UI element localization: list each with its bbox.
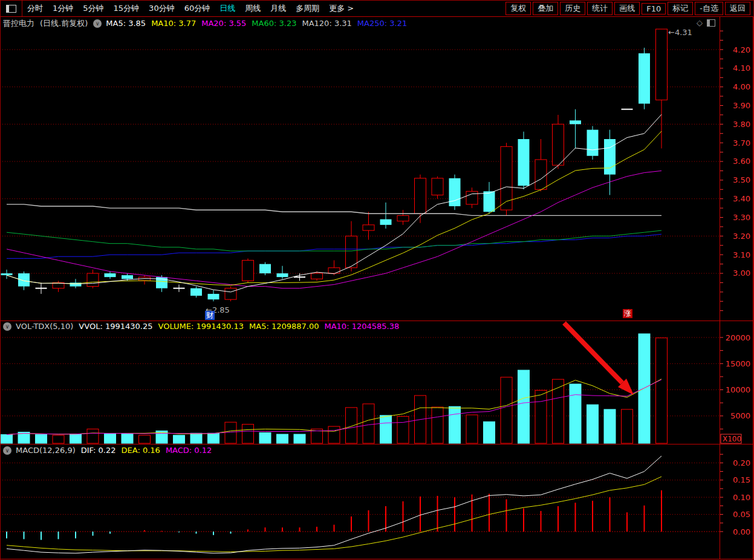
collapse-chevron-icon[interactable]: ∨ (3, 322, 11, 331)
layout-icon[interactable] (6, 5, 16, 13)
candlestick[interactable] (277, 266, 288, 279)
candlestick[interactable] (208, 290, 219, 301)
period-tab[interactable]: 更多 > (329, 3, 354, 14)
toolbar-button[interactable]: -自选 (695, 2, 723, 15)
volume-bar[interactable] (259, 432, 271, 443)
period-tab[interactable]: 分时 (27, 3, 43, 14)
volume-bar[interactable] (87, 429, 99, 443)
volume-bar[interactable] (449, 406, 461, 443)
high-price-marker: ←4.31 (668, 28, 692, 37)
period-tab[interactable]: 30分钟 (149, 3, 175, 14)
candlestick[interactable] (328, 260, 340, 275)
candlestick[interactable] (587, 126, 599, 159)
volume-bar[interactable] (70, 434, 82, 443)
candlestick[interactable] (604, 130, 616, 195)
collapse-chevron-icon[interactable]: ∨ (3, 446, 11, 455)
toolbar-button[interactable]: 历史 (560, 2, 585, 15)
candlestick[interactable] (105, 272, 116, 279)
volume-bar[interactable] (432, 407, 443, 443)
candlestick[interactable] (535, 139, 547, 191)
volume-bar[interactable] (622, 409, 633, 443)
period-tab[interactable]: 多周期 (296, 3, 319, 14)
toolbar-button[interactable]: 统计 (587, 2, 613, 15)
volume-bar[interactable] (139, 435, 151, 443)
volume-bar[interactable] (242, 425, 254, 443)
period-tab[interactable]: 日线 (219, 3, 235, 14)
volume-bar[interactable] (466, 415, 478, 443)
toolbar-button[interactable]: 叠加 (533, 2, 558, 15)
candlestick[interactable] (639, 48, 650, 109)
period-tab[interactable]: 1分钟 (53, 3, 73, 14)
candlestick[interactable] (449, 175, 461, 210)
toolbar-button[interactable]: 标记 (668, 2, 693, 15)
candlestick[interactable] (1, 270, 13, 279)
volume-bar[interactable] (656, 338, 668, 443)
period-tab[interactable]: 周线 (245, 3, 261, 14)
period-tab[interactable]: 5分钟 (83, 3, 103, 14)
volume-bar[interactable] (328, 426, 340, 443)
volume-axis-label: 10000 (726, 385, 750, 394)
volume-bar[interactable] (122, 434, 133, 443)
volume-bar[interactable] (225, 422, 236, 443)
collapse-chevron-icon[interactable]: ∨ (93, 19, 102, 28)
volume-bar[interactable] (587, 405, 599, 443)
period-tab[interactable]: 60分钟 (184, 3, 210, 14)
volume-bar[interactable] (36, 435, 47, 443)
candlestick[interactable] (484, 182, 495, 213)
candlestick[interactable] (53, 281, 64, 291)
volume-bar[interactable] (518, 370, 530, 443)
candlestick[interactable] (501, 143, 512, 215)
macd-histogram (7, 490, 661, 540)
price-axis-label: 4.10 (733, 63, 750, 73)
volume-bar[interactable] (294, 434, 305, 443)
volume-bar[interactable] (208, 433, 219, 443)
volume-bar[interactable] (174, 435, 185, 443)
panel-window-icon[interactable] (707, 19, 715, 27)
toolbar-button[interactable]: F10 (642, 3, 666, 15)
volume-bar[interactable] (277, 434, 288, 443)
volume-bar[interactable] (363, 404, 374, 443)
candlestick[interactable] (466, 187, 478, 208)
candlestick[interactable] (553, 115, 564, 169)
toolbar-button[interactable]: 画线 (614, 2, 640, 15)
volume-bar[interactable] (190, 433, 202, 443)
candlestick[interactable] (518, 132, 530, 190)
volume-bar[interactable] (1, 435, 13, 443)
volume-bar[interactable] (535, 390, 547, 443)
volume-bar[interactable] (570, 384, 581, 443)
volume-bar[interactable] (346, 408, 357, 443)
volume-bar[interactable] (501, 377, 512, 443)
volume-bar[interactable] (604, 409, 616, 443)
cai-marker-badge[interactable]: 财 (205, 311, 215, 320)
candlestick[interactable] (174, 284, 185, 291)
toolbar-button[interactable]: 返回 (725, 2, 750, 15)
chart-canvas[interactable]: 4.204.104.003.903.803.703.603.503.403.30… (0, 16, 754, 560)
candlestick[interactable] (139, 275, 151, 284)
volume-bar[interactable] (484, 422, 495, 443)
candlestick[interactable] (190, 287, 202, 298)
volume-bar[interactable] (397, 417, 409, 443)
toolbar-actions: 复权叠加历史统计画线F10标记-自选返回 (504, 2, 754, 15)
candlestick[interactable] (363, 212, 374, 239)
candlestick[interactable] (380, 203, 392, 229)
volume-bar[interactable] (53, 435, 64, 443)
price-axis-label: 3.80 (733, 120, 750, 129)
volume-bar[interactable] (553, 379, 564, 443)
period-tab[interactable]: 月线 (270, 3, 286, 14)
volume-bar[interactable] (105, 434, 116, 443)
candlestick[interactable] (432, 177, 443, 199)
diamond-icon[interactable]: ◇ (697, 18, 703, 27)
candlestick[interactable] (397, 210, 409, 225)
candlestick[interactable] (36, 282, 47, 293)
period-tab[interactable]: 15分钟 (114, 3, 140, 14)
candlestick[interactable] (656, 29, 668, 148)
candlestick[interactable] (225, 287, 236, 302)
candlestick[interactable] (242, 258, 254, 282)
candlestick[interactable] (570, 109, 581, 149)
price-axis-label: 3.90 (733, 101, 750, 110)
candlestick[interactable] (259, 262, 271, 275)
zhang-marker-badge[interactable]: 涨 (623, 309, 632, 318)
volume-bar[interactable] (380, 415, 392, 443)
candlestick[interactable] (87, 270, 99, 288)
toolbar-button[interactable]: 复权 (505, 2, 531, 15)
